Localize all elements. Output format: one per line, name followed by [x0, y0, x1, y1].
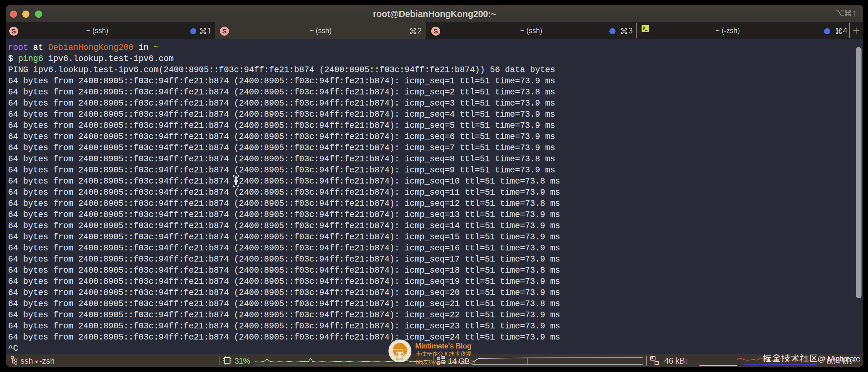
svg-text:MINTIMATE: MINTIMATE — [394, 348, 406, 351]
svg-text:Blogger: Blogger — [396, 358, 404, 360]
svg-text:1: 1 — [852, 9, 856, 18]
